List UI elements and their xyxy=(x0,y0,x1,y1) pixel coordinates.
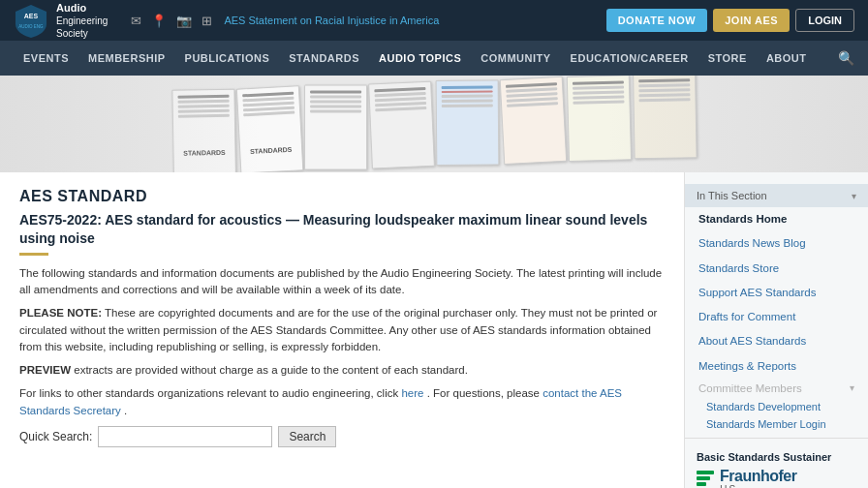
sidebar-link-about[interactable]: About AES Standards xyxy=(685,329,868,353)
sidebar-link-meetings[interactable]: Meetings & Reports xyxy=(685,354,868,379)
search-button[interactable]: Search xyxy=(278,426,336,447)
here-link[interactable]: here xyxy=(401,387,423,399)
content-area: AES STANDARD AES75-2022: AES standard fo… xyxy=(0,172,684,488)
chevron-down-icon: ▾ xyxy=(850,382,854,393)
top-icons: ✉ 📍 📷 ⊞ xyxy=(131,14,212,28)
sidebar-link-standards-home[interactable]: Standards Home xyxy=(685,207,868,231)
preview-label: PREVIEW xyxy=(19,364,71,376)
fraunhofer-sub: IIS xyxy=(720,484,796,488)
sidebar-link-store[interactable]: Standards Store xyxy=(685,257,868,281)
logo-area: AES AUDIO ENG Audio Engineering Society xyxy=(14,1,108,40)
bar3 xyxy=(697,482,706,486)
aes-logo: AES AUDIO ENG xyxy=(14,3,48,38)
top-buttons: DONATE NOW JOIN AES LOGIN xyxy=(606,9,854,32)
nav-bar: EVENTS MEMBERSHIP PUBLICATIONS STANDARDS… xyxy=(0,41,868,76)
sidebar-sublink-development[interactable]: Standards Development xyxy=(685,398,868,415)
nav-standards[interactable]: STANDARDS xyxy=(279,41,369,76)
fraunhofer-name-block: Fraunhofer IIS xyxy=(720,469,796,488)
rss-icon[interactable]: ⊞ xyxy=(202,14,212,28)
sidebar-section-header[interactable]: In This Section ▾ xyxy=(685,184,868,207)
body-paragraph-2: PLEASE NOTE: These are copyrighted docum… xyxy=(19,305,665,355)
page-tag: AES STANDARD xyxy=(19,188,665,205)
nav-membership[interactable]: MEMBERSHIP xyxy=(78,41,175,76)
bar2 xyxy=(697,476,710,480)
logo-text: Audio Engineering Society xyxy=(56,1,108,40)
chevron-down-icon: ▾ xyxy=(852,191,856,201)
body-paragraph-4: For links to other standards organizatio… xyxy=(19,385,665,419)
sidebar: In This Section ▾ Standards Home Standar… xyxy=(684,172,868,488)
hero-section: STANDARDS STANDARDS xyxy=(0,76,868,172)
sidebar-link-news-blog[interactable]: Standards News Blog xyxy=(685,231,868,256)
links-text3: . xyxy=(124,405,127,416)
pin-icon[interactable]: 📍 xyxy=(151,14,167,28)
nav-community[interactable]: COMMUNITY xyxy=(471,41,560,76)
top-bar: AES AUDIO ENG Audio Engineering Society … xyxy=(0,0,868,41)
nav-audio-topics[interactable]: AUDIO TOPICS xyxy=(369,41,471,76)
fraunhofer-bars xyxy=(697,471,714,488)
body-paragraph-3: PREVIEW extracts are provided without ch… xyxy=(19,362,665,379)
nav-events[interactable]: EVENTS xyxy=(14,41,78,76)
sidebar-link-drafts[interactable]: Drafts for Comment xyxy=(685,305,868,329)
nav-store[interactable]: STORE xyxy=(698,41,757,76)
sidebar-sublink-member-login[interactable]: Standards Member Login xyxy=(685,415,868,433)
donate-button[interactable]: DONATE NOW xyxy=(606,9,708,32)
body-paragraph-1: The following standards and information … xyxy=(19,265,665,299)
page-title: AES75-2022: AES standard for acoustics —… xyxy=(19,211,665,248)
sustainer-label: Basic Standards Sustainer xyxy=(697,451,856,463)
bar1 xyxy=(697,471,714,474)
fraunhofer-logo: Fraunhofer IIS xyxy=(697,469,856,488)
yellow-rule xyxy=(19,253,48,256)
quick-search-row: Quick Search: Search xyxy=(19,426,665,447)
committee-header[interactable]: Committee Members ▾ xyxy=(685,379,868,398)
login-button[interactable]: LOGIN xyxy=(795,9,854,32)
quick-search-label: Quick Search: xyxy=(19,430,92,443)
svg-text:AES: AES xyxy=(24,13,39,19)
preview-body: extracts are provided without charge as … xyxy=(74,364,468,376)
main-content: AES STANDARD AES75-2022: AES standard fo… xyxy=(0,172,868,488)
search-icon[interactable]: 🔍 xyxy=(838,50,854,66)
hero-overlay xyxy=(0,76,868,172)
statement-link[interactable]: AES Statement on Racial Injustice in Ame… xyxy=(224,15,596,26)
links-text2: . For questions, please xyxy=(427,387,543,399)
sustainer-section: Basic Standards Sustainer Fraunhofer IIS xyxy=(685,443,868,488)
sidebar-link-support[interactable]: Support AES Standards xyxy=(685,281,868,305)
note-label: PLEASE NOTE: xyxy=(19,307,102,319)
camera-icon[interactable]: 📷 xyxy=(176,14,192,28)
committee-label: Committee Members xyxy=(698,382,802,394)
nav-education[interactable]: EDUCATION/CAREER xyxy=(561,41,698,76)
join-button[interactable]: JOIN AES xyxy=(713,9,790,32)
sidebar-divider xyxy=(685,438,868,439)
fraunhofer-name: Fraunhofer xyxy=(720,469,796,484)
note-body: These are copyrighted documents and are … xyxy=(19,307,657,352)
message-icon[interactable]: ✉ xyxy=(131,14,141,28)
sidebar-section-label: In This Section xyxy=(697,190,767,201)
search-input[interactable] xyxy=(98,426,272,447)
svg-text:AUDIO ENG: AUDIO ENG xyxy=(18,24,44,29)
links-text1: For links to other standards organizatio… xyxy=(19,387,401,399)
nav-publications[interactable]: PUBLICATIONS xyxy=(175,41,280,76)
nav-about[interactable]: ABOUT xyxy=(757,41,817,76)
